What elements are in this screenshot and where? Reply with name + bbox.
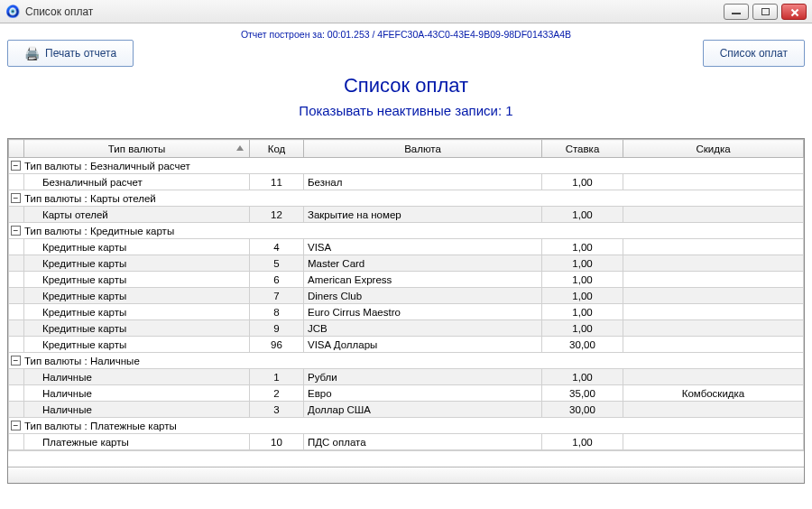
cell-code: 10 — [250, 434, 304, 450]
table-row[interactable]: Кредитные карты6American Express1,00 — [9, 272, 804, 288]
maximize-button[interactable] — [752, 4, 778, 20]
cell-currency: Рубли — [304, 369, 542, 385]
group-collapse-icon[interactable]: − — [11, 161, 21, 171]
group-label: Тип валюты : Платежные карты — [24, 421, 177, 431]
cell-rate: 30,00 — [542, 337, 623, 353]
cell-discount — [623, 337, 804, 353]
cell-currency: Евро — [304, 385, 542, 402]
cell-code: 5 — [250, 255, 304, 272]
cell-type: Кредитные карты — [24, 320, 250, 337]
cell-code: 3 — [250, 402, 304, 418]
cell-type: Кредитные карты — [24, 288, 250, 304]
column-expand[interactable] — [9, 140, 24, 158]
group-row[interactable]: −Тип валюты : Карты отелей — [9, 190, 804, 207]
cell-discount — [623, 272, 804, 288]
cell-rate: 1,00 — [542, 369, 623, 385]
cell-type: Наличные — [24, 402, 250, 418]
cell-type: Кредитные карты — [24, 337, 250, 353]
cell-code: 6 — [250, 272, 304, 288]
column-rate[interactable]: Ставка — [542, 140, 623, 158]
cell-code: 8 — [250, 304, 304, 320]
row-indent-cell — [9, 288, 24, 304]
cell-rate: 1,00 — [542, 255, 623, 272]
cell-discount — [623, 174, 804, 190]
group-row[interactable]: −Тип валюты : Платежные карты — [9, 418, 804, 434]
column-currency[interactable]: Валюта — [304, 140, 542, 158]
cell-discount — [623, 304, 804, 320]
cell-currency: American Express — [304, 272, 542, 288]
table-row[interactable]: Кредитные карты9JCB1,00 — [9, 320, 804, 337]
sort-asc-icon — [236, 145, 244, 151]
window-title: Список оплат — [25, 5, 724, 18]
group-collapse-icon[interactable]: − — [11, 421, 21, 430]
minimize-button[interactable] — [724, 4, 749, 20]
close-button[interactable] — [781, 4, 807, 20]
group-row[interactable]: −Тип валюты : Безналичный расчет — [9, 158, 804, 174]
row-indent-cell — [9, 320, 24, 337]
cell-type: Платежные карты — [24, 434, 250, 450]
payments-list-button[interactable]: Список оплат — [703, 40, 805, 67]
cell-code: 12 — [250, 207, 304, 223]
cell-currency: VISA Доллары — [304, 337, 542, 353]
group-label: Тип валюты : Карты отелей — [24, 193, 156, 204]
payments-grid[interactable]: Тип валюты Код Валюта Ставка Скидка −Тип… — [7, 138, 805, 484]
cell-discount — [623, 255, 804, 272]
table-row[interactable]: Кредитные карты96VISA Доллары30,00 — [9, 337, 804, 353]
page-title: Список оплат — [7, 74, 805, 97]
cell-type: Наличные — [24, 369, 250, 385]
cell-discount — [623, 320, 804, 337]
cell-discount: Комбоскидка — [623, 385, 804, 402]
payments-list-label: Список оплат — [720, 47, 788, 60]
row-indent-cell — [9, 402, 24, 418]
printer-icon: 🖨️ — [24, 46, 40, 60]
group-label: Тип валюты : Наличные — [24, 356, 140, 366]
cell-rate: 1,00 — [542, 320, 623, 337]
table-row[interactable]: Наличные3Доллар США30,00 — [9, 402, 804, 418]
cell-currency: VISA — [304, 239, 542, 255]
table-row[interactable]: Платежные карты10ПДС оплата1,00 — [9, 434, 804, 450]
client-area: Отчет построен за: 00:01.253 / 4FEFC30A-… — [0, 23, 812, 509]
cell-rate: 35,00 — [542, 385, 623, 402]
column-code[interactable]: Код — [250, 140, 304, 158]
table-row[interactable]: Карты отелей12Закрытие на номер1,00 — [9, 207, 804, 223]
group-row[interactable]: −Тип валюты : Кредитные карты — [9, 223, 804, 239]
print-report-button[interactable]: 🖨️ Печать отчета — [7, 40, 134, 67]
cell-discount — [623, 239, 804, 255]
column-type[interactable]: Тип валюты — [24, 140, 250, 158]
cell-currency: Euro Cirrus Maestro — [304, 304, 542, 320]
group-collapse-icon[interactable]: − — [11, 226, 21, 236]
table-row[interactable]: Наличные1Рубли1,00 — [9, 369, 804, 385]
row-indent-cell — [9, 207, 24, 223]
cell-currency: JCB — [304, 320, 542, 337]
row-indent-cell — [9, 255, 24, 272]
cell-rate: 1,00 — [542, 288, 623, 304]
cell-rate: 1,00 — [542, 272, 623, 288]
cell-code: 7 — [250, 288, 304, 304]
group-row[interactable]: −Тип валюты : Наличные — [9, 353, 804, 369]
table-row[interactable]: Кредитные карты5Master Card1,00 — [9, 255, 804, 272]
row-indent-cell — [9, 337, 24, 353]
window-titlebar: 🧿 Список оплат — [0, 0, 812, 23]
cell-currency: Доллар США — [304, 402, 542, 418]
grid-filter-row[interactable] — [8, 450, 804, 467]
cell-type: Кредитные карты — [24, 272, 250, 288]
group-collapse-icon[interactable]: − — [11, 356, 21, 366]
group-label: Тип валюты : Кредитные карты — [24, 226, 174, 236]
group-collapse-icon[interactable]: − — [11, 193, 21, 203]
cell-type: Кредитные карты — [24, 239, 250, 255]
report-info: Отчет построен за: 00:01.253 / 4FEFC30A-… — [7, 29, 805, 40]
table-row[interactable]: Кредитные карты7Diners Club1,00 — [9, 288, 804, 304]
print-report-label: Печать отчета — [45, 47, 116, 60]
table-row[interactable]: Кредитные карты8Euro Cirrus Maestro1,00 — [9, 304, 804, 320]
cell-rate: 1,00 — [542, 239, 623, 255]
cell-discount — [623, 207, 804, 223]
column-discount[interactable]: Скидка — [623, 140, 804, 158]
row-indent-cell — [9, 304, 24, 320]
table-row[interactable]: Безналичный расчет11Безнал1,00 — [9, 174, 804, 190]
table-row[interactable]: Наличные2Евро35,00Комбоскидка — [9, 385, 804, 402]
cell-rate: 1,00 — [542, 434, 623, 450]
table-row[interactable]: Кредитные карты4VISA1,00 — [9, 239, 804, 255]
cell-code: 11 — [250, 174, 304, 190]
cell-code: 2 — [250, 385, 304, 402]
cell-currency: ПДС оплата — [304, 434, 542, 450]
